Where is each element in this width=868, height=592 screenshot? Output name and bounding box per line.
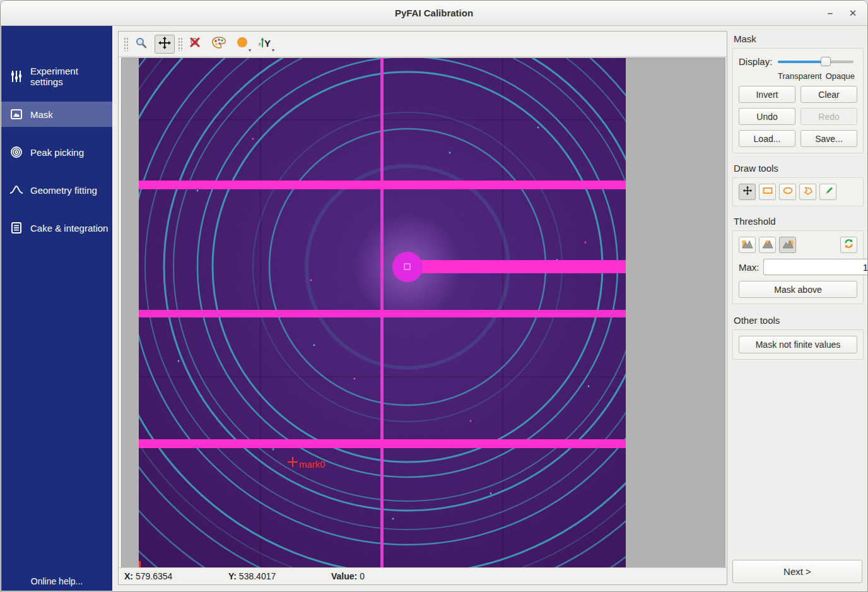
redo-button: Redo <box>801 108 857 125</box>
pan-arrows-icon <box>158 36 172 52</box>
zoom-mode-button[interactable] <box>131 35 151 54</box>
y-axis-icon: Y0 <box>258 36 273 52</box>
clear-button[interactable]: Clear <box>801 86 857 103</box>
threshold-title: Threshold <box>734 216 864 227</box>
polygon-icon <box>803 186 813 198</box>
sidebar-item-peak-picking[interactable]: Peak picking <box>1 139 112 165</box>
beamstop-arm-mask <box>408 260 626 273</box>
svg-text:0: 0 <box>259 42 261 46</box>
y-axis-orientation-button[interactable]: Y0 ▾ <box>255 35 276 54</box>
draw-tools-groupbox <box>732 177 864 206</box>
mask-image-icon <box>9 107 23 121</box>
dropdown-caret-icon: ▾ <box>249 49 251 52</box>
window-title: PyFAI Calibration <box>1 8 867 18</box>
toolbar-grip[interactable] <box>178 37 182 51</box>
dropdown-caret-icon: ▾ <box>272 49 274 52</box>
histogram-above-icon <box>782 239 794 251</box>
mask-side-panel: Mask Display: Transparent Opaque Invert … <box>732 31 864 591</box>
statusbar: X: 579.6354 Y: 538.4017 Value: 0 <box>119 567 727 584</box>
save-button[interactable]: Save... <box>801 130 857 147</box>
ellipse-tool-button[interactable] <box>779 184 796 200</box>
sidebar-item-label: Experiment settings <box>30 66 112 87</box>
toolbar-grip[interactable] <box>124 37 128 51</box>
histogram-between-icon <box>762 239 773 251</box>
pan-tool-button[interactable] <box>739 184 756 200</box>
mask-opacity-slider[interactable] <box>778 57 853 66</box>
minimize-button[interactable]: – <box>822 6 838 21</box>
cursor-x-readout: X: 579.6354 <box>124 571 172 581</box>
close-button[interactable]: ✕ <box>845 6 861 21</box>
transparent-label: Transparent <box>778 71 822 81</box>
svg-text:Y: Y <box>264 38 271 49</box>
sidebar-item-experiment-settings[interactable]: Experiment settings <box>1 64 112 89</box>
other-tools-groupbox: Mask not finite values <box>732 329 864 360</box>
peak-rings-icon <box>9 145 23 159</box>
sidebar-item-cake-integration[interactable]: Cake & integration <box>1 215 112 240</box>
sidebar-item-label: Peak picking <box>30 147 84 158</box>
diffraction-canvas[interactable]: mark0 <box>121 57 725 568</box>
diffraction-svg[interactable]: mark0 <box>122 58 726 569</box>
mask-below-threshold-button[interactable] <box>739 237 756 253</box>
ellipse-icon <box>783 186 793 198</box>
pencil-icon <box>823 186 833 198</box>
plot-panel: ▾ Y0 ▾ <box>118 31 727 585</box>
draw-tools-title: Draw tools <box>734 163 864 174</box>
refresh-threshold-button[interactable] <box>840 237 857 253</box>
threshold-groupbox: Max: Mask above <box>732 230 864 304</box>
load-button[interactable]: Load... <box>739 130 795 147</box>
histogram-below-icon <box>742 239 753 251</box>
display-label: Display: <box>739 56 778 67</box>
titlebar[interactable]: PyFAI Calibration – ✕ <box>1 1 867 26</box>
max-label: Max: <box>739 262 760 273</box>
invert-button[interactable]: Invert <box>739 86 795 103</box>
refresh-icon <box>843 239 854 251</box>
mask-above-threshold-button[interactable] <box>779 237 796 253</box>
pan-arrows-icon <box>742 186 753 198</box>
peak-curve-icon <box>9 183 23 197</box>
mask-groupbox: Display: Transparent Opaque Invert Clear… <box>732 48 864 153</box>
colormap-button[interactable] <box>209 35 229 54</box>
magnifier-icon <box>135 37 148 52</box>
unzoom-icon <box>189 36 202 52</box>
mask-not-finite-button[interactable]: Mask not finite values <box>739 336 857 353</box>
mask-tools-button[interactable]: ▾ <box>232 35 252 54</box>
app-window: PyFAI Calibration – ✕ Experiment setting… <box>0 0 868 592</box>
mask-circle-icon <box>236 37 249 52</box>
slider-handle[interactable] <box>821 57 831 66</box>
sidebar-item-label: Cake & integration <box>30 223 108 234</box>
opaque-label: Opaque <box>826 71 855 81</box>
mask-section-title: Mask <box>734 33 864 44</box>
unzoom-button[interactable] <box>185 35 206 54</box>
peak-marker-label: mark0 <box>299 459 326 470</box>
document-lines-icon <box>9 221 23 235</box>
next-button[interactable]: Next > <box>732 560 862 583</box>
other-tools-title: Other tools <box>734 315 864 326</box>
sidebar-item-geometry-fitting[interactable]: Geometry fitting <box>1 177 112 203</box>
sidebar-item-label: Mask <box>30 109 53 120</box>
sidebar-item-mask[interactable]: Mask <box>1 102 112 127</box>
cursor-value-readout: Value: 0 <box>331 571 365 581</box>
online-help-link[interactable]: Online help... <box>1 576 112 586</box>
polygon-tool-button[interactable] <box>799 184 816 200</box>
beamstop-mask <box>392 252 423 282</box>
sidebar-item-label: Geometry fitting <box>30 185 97 196</box>
pan-mode-button[interactable] <box>155 35 175 54</box>
rectangle-icon <box>763 186 773 198</box>
rectangle-tool-button[interactable] <box>759 184 776 200</box>
cursor-y-readout: Y: 538.4017 <box>228 571 276 581</box>
undo-button[interactable]: Undo <box>739 108 795 125</box>
max-threshold-input[interactable] <box>763 259 868 275</box>
sliders-icon <box>9 69 23 83</box>
plot-toolbar: ▾ Y0 ▾ <box>119 32 727 57</box>
mask-between-threshold-button[interactable] <box>759 237 776 253</box>
sidebar: Experiment settings Mask Peak picking Ge… <box>1 26 112 591</box>
palette-icon <box>211 36 226 52</box>
pencil-tool-button[interactable] <box>819 184 836 200</box>
mask-above-button[interactable]: Mask above <box>739 281 857 298</box>
